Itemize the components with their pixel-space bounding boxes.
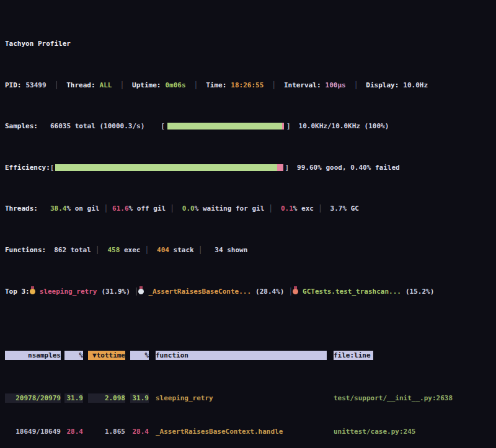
off-gil-suffix: % off gil: [129, 204, 166, 213]
table-row[interactable]: 18649/18649 28.4 1.865 28.4 _AssertRaise…: [5, 427, 496, 436]
table-body: 20978/20979 31.9 2.098 31.9 sleeping_ret…: [5, 377, 496, 448]
status-bar: PID:53499│Thread:ALL│Uptime:0m06s│Time:1…: [5, 81, 496, 90]
table-header-row: nsamples % ▼tottime % function file:line: [5, 351, 496, 360]
top1-pct: (31.9%): [101, 288, 130, 296]
samples-rate-bar: [167, 123, 284, 130]
cell-pct1: 31.9: [64, 393, 83, 403]
column-header-pct2[interactable]: %: [130, 351, 149, 360]
cell-pct1: 28.4: [64, 427, 83, 436]
thread-value[interactable]: ALL: [100, 81, 112, 89]
on-gil-suffix: % on gil: [66, 204, 99, 213]
top3-row: Top 3:sleeping_retry(31.9%)│_AssertRaise…: [5, 288, 496, 297]
efficiency-fail-segment: [277, 164, 283, 171]
silver-medal-icon: [138, 289, 144, 294]
divider: │: [272, 81, 276, 89]
column-header-pct1[interactable]: %: [64, 351, 83, 360]
time-value: 18:26:55: [231, 81, 264, 89]
functions-label: Functions:: [5, 246, 46, 254]
divider: │: [144, 246, 149, 254]
divider: │: [198, 246, 203, 254]
function-table: nsamples % ▼tottime % function file:line…: [5, 335, 496, 448]
profiler-terminal: Tachyon Profiler PID:53499│Thread:ALL│Up…: [0, 0, 496, 448]
divider: │: [288, 288, 293, 296]
functions-shown: 34: [215, 246, 223, 254]
functions-exec-suffix: exec: [120, 246, 140, 254]
functions-exec: 458: [107, 246, 120, 254]
divider: │: [268, 204, 273, 213]
pid-label: PID:: [5, 81, 22, 89]
divider: │: [135, 288, 139, 296]
cell-file-line: unittest/case.py:245: [334, 427, 496, 436]
top3-pct: (15.2%): [405, 288, 434, 296]
exc-value: 0.1: [281, 204, 293, 213]
column-header-file-line[interactable]: file:line: [334, 351, 373, 360]
divider: │: [95, 246, 100, 254]
top1-name[interactable]: sleeping_retry: [40, 288, 97, 296]
app-title: Tachyon Profiler: [5, 40, 71, 48]
cell-pct2: 31.9: [130, 393, 149, 403]
threads-row: Threads:38.4% on gil│61.6% off gil│0.0% …: [5, 204, 496, 214]
on-gil-value: 38.4: [50, 204, 67, 213]
efficiency-label: Efficiency:: [5, 164, 50, 172]
top3-name[interactable]: GCTests.test_trashcan...: [303, 288, 401, 296]
efficiency-summary: 99.60% good, 0.40% failed: [297, 164, 400, 172]
functions-total-suffix: total: [66, 246, 91, 254]
cell-function: _AssertRaisesBaseContext.handle: [156, 427, 327, 436]
interval-value: 100μs: [326, 81, 346, 89]
cell-pct2: 28.4: [130, 427, 149, 436]
functions-stack-suffix: stack: [169, 246, 194, 254]
functions-total: 862: [54, 246, 66, 254]
functions-row: Functions:862 total│458 exec│404 stack│3…: [5, 246, 496, 255]
pid-value: 53499: [26, 81, 46, 89]
exc-suffix: % exc: [293, 204, 314, 213]
samples-fail-segment: [282, 123, 284, 130]
gc-value: 3.7: [330, 204, 343, 213]
bracket-close: ]: [286, 122, 291, 130]
top3-label: Top 3:: [5, 288, 30, 296]
bracket-close: ]: [285, 164, 289, 172]
uptime-value: 0m06s: [165, 81, 185, 89]
uptime-label: Uptime:: [132, 81, 161, 89]
divider: │: [120, 81, 124, 89]
cell-tottime: 2.098: [88, 393, 125, 403]
threads-label: Threads:: [5, 204, 38, 213]
table-row[interactable]: 20978/20979 31.9 2.098 31.9 sleeping_ret…: [5, 393, 496, 403]
display-value: 10.0Hz: [403, 81, 428, 89]
bracket-open: [: [161, 122, 165, 130]
gc-suffix: % GC: [342, 204, 359, 213]
samples-row: Samples:66035 total (10000.3/s)[]10.0KHz…: [5, 122, 496, 131]
bronze-medal-icon: [293, 289, 298, 294]
efficiency-row: Efficiency:[]99.60% good, 0.40% failed: [5, 164, 496, 173]
column-header-tottime-sorted[interactable]: ▼tottime: [88, 351, 125, 360]
divider: │: [354, 81, 358, 89]
cell-function: sleeping_retry: [156, 393, 327, 403]
functions-stack: 404: [157, 246, 169, 254]
samples-rate: 10.0KHz/10.0KHz (100%): [299, 122, 389, 130]
top2-name[interactable]: _AssertRaisesBaseConte...: [148, 288, 251, 296]
cell-nsamples: 20978/20979: [5, 393, 61, 403]
cell-nsamples: 18649/18649: [5, 427, 61, 436]
waiting-value: 0.0: [182, 204, 195, 213]
divider: │: [104, 204, 108, 213]
divider: │: [170, 204, 174, 213]
bracket-open: [: [50, 164, 55, 172]
divider: │: [55, 81, 59, 89]
samples-label: Samples:: [5, 122, 38, 130]
top2-pct: (28.4%): [255, 288, 284, 296]
cell-tottime: 1.865: [88, 427, 125, 436]
functions-shown-suffix: shown: [223, 246, 248, 254]
display-label: Display:: [366, 81, 399, 89]
interval-label: Interval:: [284, 81, 321, 89]
column-header-function[interactable]: function: [156, 351, 327, 360]
thread-label: Thread:: [66, 81, 95, 89]
divider: │: [194, 81, 198, 89]
cell-file-line: test/support/__init__.py:2638: [334, 393, 496, 403]
time-label: Time:: [206, 81, 226, 89]
efficiency-bar: [55, 164, 283, 171]
divider: │: [318, 204, 322, 213]
off-gil-value: 61.6: [112, 204, 129, 213]
column-header-nsamples[interactable]: nsamples: [5, 351, 61, 360]
waiting-suffix: % waiting for gil: [195, 204, 265, 213]
gold-medal-icon: [30, 289, 35, 294]
samples-total: 66035 total (10000.3/s): [50, 122, 144, 130]
